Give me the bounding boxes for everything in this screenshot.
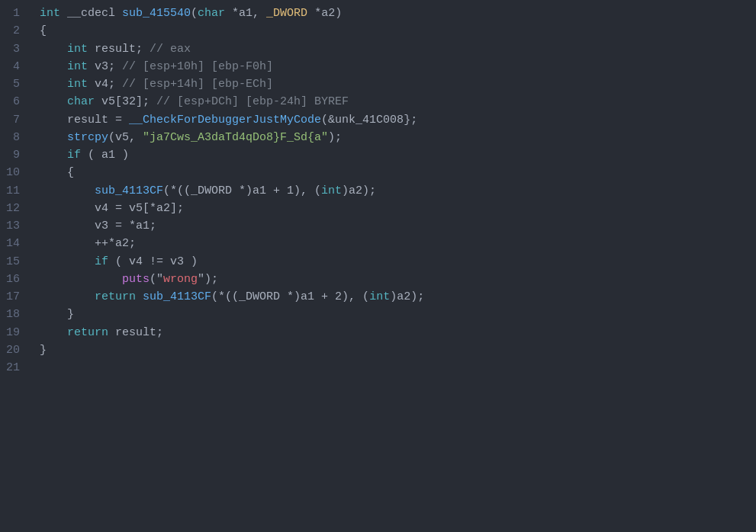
code-token: // [esp+DCh] [ebp-24h] BYREF — [156, 95, 349, 108]
line-number: 1 — [6, 5, 20, 22]
code-token — [40, 290, 95, 303]
code-token: v5[32]; — [95, 95, 156, 108]
line-number: 20 — [6, 341, 20, 359]
code-token: v3; — [88, 60, 122, 73]
code-token — [40, 95, 67, 108]
code-token: result; — [108, 326, 163, 339]
code-line: { — [40, 22, 756, 40]
code-line: { — [40, 164, 756, 181]
code-token: sub_4113CF — [143, 290, 211, 303]
code-line: ++*a2; — [40, 235, 756, 252]
code-token: v4 = v5[*a2]; — [40, 202, 184, 215]
code-token: ( — [321, 114, 328, 127]
line-number: 21 — [6, 359, 20, 377]
code-token: result = — [40, 114, 129, 127]
code-token — [40, 43, 67, 56]
code-line: return result; — [40, 324, 756, 341]
code-token: wrong — [163, 273, 198, 286]
code-token — [40, 131, 67, 144]
line-number: 2 — [6, 22, 20, 40]
code-token: )a2); — [390, 290, 424, 303]
code-token: int — [67, 43, 88, 56]
code-token: return — [67, 326, 108, 339]
code-token: // [esp+10h] [ebp-F0h] — [122, 60, 273, 73]
code-token — [40, 78, 67, 91]
line-number: 14 — [6, 235, 20, 252]
line-number: 7 — [6, 111, 20, 129]
code-token: ( — [191, 7, 198, 20]
code-token: char — [67, 95, 95, 108]
code-token: int — [321, 184, 342, 197]
code-token: ( a1 ) — [81, 149, 129, 162]
code-line: } — [40, 341, 756, 359]
code-line: int v4; // [esp+14h] [ebp-ECh] — [40, 75, 756, 93]
code-token: } — [40, 308, 74, 321]
code-line: int result; // eax — [40, 40, 756, 58]
line-number: 8 — [6, 129, 20, 146]
code-token: (" — [150, 273, 163, 286]
code-token: __cdecl — [67, 7, 122, 20]
code-token: // [esp+14h] [ebp-ECh] — [122, 78, 273, 91]
code-token: ++*a2; — [40, 237, 136, 250]
code-token: )a2); — [342, 184, 376, 197]
code-line: return sub_4113CF(*((_DWORD *)a1 + 2), (… — [40, 288, 756, 306]
code-line: strcpy(v5, "ja7Cws_A3daTd4qDo8}F_Sd{a"); — [40, 129, 756, 146]
code-token — [136, 290, 143, 303]
line-number: 18 — [6, 306, 20, 323]
code-token: ); — [328, 131, 342, 144]
code-line: v3 = *a1; — [40, 217, 756, 235]
code-line: if ( a1 ) — [40, 146, 756, 164]
code-token: (v5, — [108, 131, 143, 144]
line-number: 5 — [6, 75, 20, 93]
code-token: char — [198, 7, 225, 20]
code-token: *a2) — [307, 7, 342, 20]
code-line: puts("wrong"); — [40, 271, 756, 288]
code-token: if — [95, 255, 108, 268]
line-number: 11 — [6, 182, 20, 200]
code-line: int __cdecl sub_415540(char *a1, _DWORD … — [40, 5, 756, 22]
code-token: (*((_DWORD *)a1 + 2), ( — [211, 290, 369, 303]
code-token: int — [67, 60, 88, 73]
code-editor: 123456789101112131415161718192021 int __… — [0, 0, 756, 532]
code-token — [40, 273, 122, 286]
code-token: if — [67, 149, 81, 162]
code-token: int — [67, 78, 88, 91]
line-number: 16 — [6, 271, 20, 288]
code-line: sub_4113CF(*((_DWORD *)a1 + 1), (int)a2)… — [40, 182, 756, 200]
line-number: 15 — [6, 253, 20, 271]
code-token: result; — [88, 43, 150, 56]
code-token: sub_415540 — [122, 7, 191, 20]
code-token: __CheckForDebuggerJustMyCode — [129, 114, 321, 127]
code-token: { — [40, 24, 47, 37]
line-number: 17 — [6, 288, 20, 306]
code-token: "); — [198, 273, 218, 286]
code-token: strcpy — [67, 131, 108, 144]
code-token: puts — [122, 273, 150, 286]
code-line: result = __CheckForDebuggerJustMyCode(&u… — [40, 111, 756, 129]
code-token: ( v4 != v3 ) — [108, 255, 198, 268]
code-token: return — [95, 290, 136, 303]
code-token: // eax — [150, 43, 191, 56]
code-token: _DWORD — [266, 7, 307, 20]
code-line: } — [40, 306, 756, 323]
code-token: sub_4113CF — [95, 184, 163, 197]
code-token: int — [40, 7, 67, 20]
code-line: char v5[32]; // [esp+DCh] [ebp-24h] BYRE… — [40, 93, 756, 111]
code-token: } — [40, 344, 47, 357]
line-number: 6 — [6, 93, 20, 111]
code-token: v3 = *a1; — [40, 220, 156, 232]
code-token: *a1, — [225, 7, 266, 20]
line-number: 12 — [6, 200, 20, 217]
code-token: int — [369, 290, 390, 303]
line-numbers: 123456789101112131415161718192021 — [0, 0, 27, 532]
line-number: 9 — [6, 146, 20, 164]
code-token — [40, 255, 95, 268]
code-line: v4 = v5[*a2]; — [40, 200, 756, 217]
code-token — [40, 60, 67, 73]
line-number: 10 — [6, 164, 20, 181]
code-token — [40, 184, 95, 197]
code-token — [40, 326, 67, 339]
line-number: 3 — [6, 40, 20, 58]
code-token: (*((_DWORD *)a1 + 1), ( — [163, 184, 321, 197]
code-token: "ja7Cws_A3daTd4qDo8}F_Sd{a" — [143, 131, 328, 144]
